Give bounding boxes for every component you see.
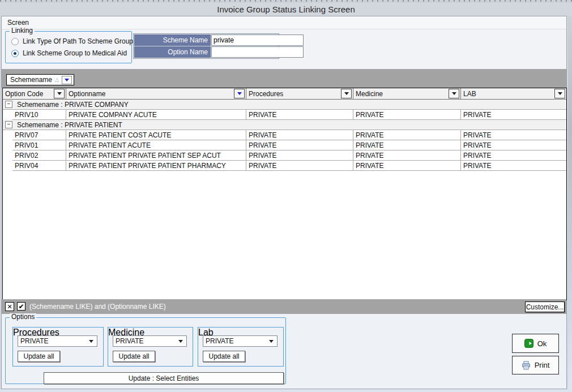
grid-cell: PRIVATE <box>353 140 461 150</box>
group-header-text: Schemename : PRIVATE PATIENT <box>17 121 122 129</box>
linking-radio-label: Link Scheme Group to Medical Aid <box>23 49 127 57</box>
column-header-option-code[interactable]: Option Code <box>3 88 66 100</box>
active-filter-text: (Schemename LIKE) and (Optionname LIKE) <box>29 303 166 311</box>
grid-row[interactable]: PRIV04PRIVATE PATIENT PRIVATE PATIENT PH… <box>3 161 566 171</box>
linking-groupbox: Linking Link Type Of Path To Scheme Grou… <box>5 31 132 63</box>
grid-row[interactable]: PRIV02PRIVATE PATIENT PRIVATE PATIENT SE… <box>3 150 566 161</box>
ok-arrow-icon <box>524 339 533 348</box>
collapse-group-icon[interactable]: − <box>5 101 12 108</box>
grid-cell: PRIVATE <box>353 130 461 140</box>
column-header-optionname[interactable]: Optionname <box>66 88 246 100</box>
lab-combobox-value: PRIVATE <box>206 337 234 345</box>
chevron-down-icon <box>89 340 93 343</box>
chevron-down-icon <box>178 340 183 343</box>
column-header-label: Option Code <box>5 90 43 98</box>
group-header-row[interactable]: −Schemename : PRIVATE COMPANY <box>3 100 566 110</box>
linking-radio-1[interactable]: Link Scheme Group to Medical Aid <box>11 49 127 57</box>
window-bottom-border <box>0 389 572 392</box>
procedures-groupbox: Procedures PRIVATE Update all <box>12 327 104 367</box>
column-header-medicine[interactable]: Medicine <box>353 88 461 100</box>
lab-groupbox: Lab PRIVATE Update all <box>198 327 284 367</box>
procedures-update-all-button[interactable]: Update all <box>18 351 60 362</box>
column-header-label: Procedures <box>249 90 283 98</box>
grid-cell: PRIVATE PATIENT ACUTE <box>66 140 246 150</box>
grid-cell: PRIVATE <box>353 150 461 161</box>
linking-radio-0[interactable]: Link Type Of Path To Scheme Group <box>11 37 133 45</box>
group-by-bar: Schemename △ <box>2 69 566 88</box>
grid-cell: PRIVATE <box>353 110 461 120</box>
medicine-groupbox: Medicine PRIVATE Update all <box>108 327 193 367</box>
linking-radio-label: Link Type Of Path To Scheme Group <box>23 37 133 45</box>
group-by-field-label: Schemename <box>10 76 52 84</box>
window-titlebar[interactable]: Invoice Group Status Linking Screen <box>0 3 572 16</box>
printer-icon <box>522 361 531 370</box>
chevron-down-icon <box>558 92 562 95</box>
grid-cell: PRIV04 <box>12 161 66 171</box>
medicine-combobox[interactable]: PRIVATE <box>113 335 187 347</box>
grid-cell: PRIVATE <box>246 130 353 140</box>
grid-cell: PRIVATE <box>353 161 461 171</box>
grid-cell: PRIVATE <box>461 150 566 161</box>
group-indent <box>3 130 12 140</box>
group-indent <box>3 140 12 150</box>
column-filter-dropdown[interactable] <box>54 89 65 98</box>
column-header-lab[interactable]: LAB <box>461 88 566 100</box>
options-groupbox-label: Options <box>10 313 36 321</box>
group-by-schemename-button[interactable]: Schemename △ <box>6 74 74 85</box>
print-button[interactable]: Print <box>512 356 559 374</box>
grid-row[interactable]: PRIV01PRIVATE PATIENT ACUTEPRIVATEPRIVAT… <box>3 140 566 150</box>
group-header-text: Schemename : PRIVATE COMPANY <box>17 101 129 109</box>
group-header-row[interactable]: −Schemename : PRIVATE PATIENT <box>3 120 566 130</box>
group-by-filter-dropdown[interactable] <box>62 76 72 84</box>
grid-cell: PRIVATE PATIENT PRIVATE PATIENT SEP ACUT <box>66 150 246 161</box>
window-title: Invoice Group Status Linking Screen <box>217 5 355 14</box>
chevron-down-icon <box>452 92 456 95</box>
grid-cell: PRIVATE <box>246 150 353 161</box>
grid-cell: PRIV02 <box>12 150 66 161</box>
grid-row[interactable]: PRIV10PRIVATE COMPANY ACUTEPRIVATEPRIVAT… <box>3 110 566 120</box>
option-name-label: Option Name <box>134 46 211 58</box>
column-filter-dropdown[interactable] <box>341 89 352 98</box>
lab-update-all-button[interactable]: Update all <box>203 351 245 362</box>
radio-button-icon <box>11 38 19 45</box>
options-groupbox: Options Procedures PRIVATE Update all Me… <box>5 317 286 384</box>
update-select-entities-button[interactable]: Update : Select Entities <box>44 372 284 384</box>
option-name-input[interactable] <box>211 46 304 58</box>
clear-filter-button[interactable]: ✕ <box>5 302 14 311</box>
column-filter-dropdown[interactable] <box>554 89 565 98</box>
window-right-border <box>568 16 572 392</box>
print-button-label: Print <box>535 361 550 369</box>
customize-button[interactable]: Customize... <box>525 301 565 312</box>
radio-button-icon <box>11 50 19 57</box>
grid-cell: PRIVATE <box>246 110 353 120</box>
grid-cell: PRIVATE <box>461 161 566 171</box>
column-header-procedures[interactable]: Procedures <box>246 88 353 100</box>
scheme-name-input[interactable] <box>211 35 304 46</box>
invoice-group-status-linking-screen: Invoice Group Status Linking Screen Scre… <box>0 0 572 392</box>
dialog-body: Screen Linking Link Type Of Path To Sche… <box>1 16 567 389</box>
group-indent <box>3 110 12 120</box>
column-filter-dropdown[interactable] <box>449 89 459 98</box>
grid-cell: PRIVATE <box>246 140 353 150</box>
column-header-label: LAB <box>463 90 476 98</box>
grid-body: −Schemename : PRIVATE COMPANYPRIV10PRIVA… <box>3 100 566 171</box>
results-grid: Option CodeOptionnameProceduresMedicineL… <box>2 88 567 300</box>
grid-cell: PRIVATE PATIENT COST ACUTE <box>66 130 246 140</box>
grid-cell: PRIV10 <box>12 110 66 120</box>
medicine-update-all-button[interactable]: Update all <box>113 351 155 362</box>
column-header-label: Medicine <box>356 90 383 98</box>
collapse-group-icon[interactable]: − <box>5 121 12 128</box>
ok-button[interactable]: Ok <box>512 334 559 353</box>
lab-combobox[interactable]: PRIVATE <box>203 335 278 347</box>
grid-cell: PRIVATE <box>461 110 566 120</box>
menu-bar: Screen <box>2 16 566 29</box>
column-filter-dropdown[interactable] <box>234 89 245 98</box>
grid-row[interactable]: PRIV07PRIVATE PATIENT COST ACUTEPRIVATEP… <box>3 130 566 140</box>
chevron-down-icon <box>57 92 62 95</box>
chevron-down-icon <box>269 340 274 343</box>
ok-button-label: Ok <box>537 339 547 348</box>
procedures-combobox[interactable]: PRIVATE <box>18 335 97 347</box>
filter-enabled-checkbox[interactable]: ✔ <box>17 302 25 311</box>
chevron-down-icon <box>65 79 69 81</box>
grid-cell: PRIVATE <box>246 161 353 171</box>
